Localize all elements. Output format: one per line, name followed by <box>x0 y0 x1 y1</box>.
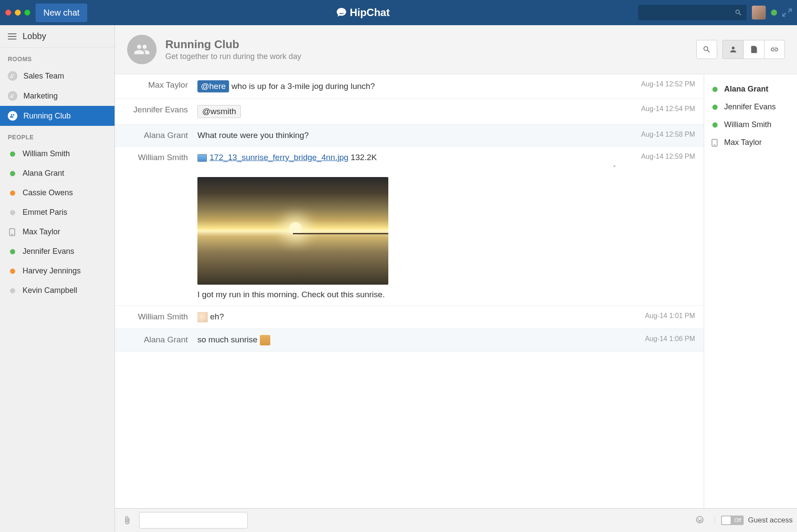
sidebar-person-item[interactable]: Jennifer Evans <box>0 242 115 261</box>
links-panel-button[interactable] <box>764 40 785 59</box>
global-search-input[interactable] <box>638 5 747 20</box>
emoji-icon <box>197 312 208 322</box>
messages-list[interactable]: Max Taylor @here who is up for a 3-mile … <box>115 74 704 508</box>
room-name: Running Club <box>23 112 71 121</box>
close-window-button[interactable] <box>5 10 11 16</box>
sidebar-room-item[interactable]: Running Club <box>0 106 115 126</box>
message-text: who is up for a 3-mile jog during lunch? <box>229 82 375 91</box>
message-timestamp: Aug-14 1:06 PM <box>621 335 695 343</box>
room-icon <box>8 71 17 81</box>
file-icon <box>750 45 758 54</box>
presence-dot <box>10 190 15 196</box>
message-row: Alana Grant so much sunrise Aug-14 1:06 … <box>115 329 704 352</box>
sidebar-person-item[interactable]: Kevin Campbell <box>0 281 115 300</box>
user-mention[interactable]: @wsmith <box>197 105 241 118</box>
rooms-section-label: ROOMS <box>0 48 115 66</box>
message-text: so much sunrise <box>197 335 260 344</box>
mobile-icon <box>712 139 718 147</box>
user-presence-indicator[interactable] <box>771 10 777 16</box>
message-row: Max Taylor @here who is up for a 3-mile … <box>115 74 704 99</box>
titlebar: New chat HipChat <box>0 0 797 25</box>
roster-panel: Alana GrantJennifer EvansWilliam SmithMa… <box>704 74 797 508</box>
hamburger-icon <box>8 33 16 39</box>
roster-panel-button[interactable] <box>722 40 743 59</box>
mobile-icon <box>9 228 15 236</box>
room-avatar <box>127 35 157 64</box>
composer: Off Guest access <box>115 508 797 532</box>
person-name: Emmet Paris <box>23 208 67 217</box>
here-mention[interactable]: @here <box>197 80 229 92</box>
roster-name: Max Taylor <box>724 138 762 147</box>
attach-button[interactable] <box>119 512 135 528</box>
presence-dot <box>10 269 15 274</box>
roster-item[interactable]: Alana Grant <box>710 80 791 98</box>
room-subtitle: Get together to run during the work day <box>165 52 301 61</box>
lobby-button[interactable]: Lobby <box>0 25 115 48</box>
room-name: Sales Team <box>23 72 64 81</box>
sidebar: Lobby ROOMS Sales TeamMarketingRunning C… <box>0 25 115 532</box>
room-search-button[interactable] <box>696 40 717 59</box>
person-name: William Smith <box>23 149 70 158</box>
smile-icon <box>695 516 704 524</box>
message-author: William Smith <box>124 153 197 162</box>
zoom-window-button[interactable] <box>24 10 30 16</box>
search-icon <box>702 45 711 54</box>
collapse-button[interactable] <box>197 162 621 172</box>
presence-dot <box>712 105 718 110</box>
emoji-picker-button[interactable] <box>695 516 704 525</box>
sidebar-room-item[interactable]: Sales Team <box>0 66 115 86</box>
person-icon <box>729 45 738 54</box>
message-author: William Smith <box>124 312 197 322</box>
message-row: Jennifer Evans @wsmith Aug-14 12:54 PM <box>115 99 704 125</box>
file-link[interactable]: 172_13_sunrise_ferry_bridge_4nn.jpg <box>210 153 348 162</box>
person-name: Alana Grant <box>23 169 64 178</box>
message-text: I got my run in this morning. Check out … <box>197 290 621 299</box>
chat-content: Running Club Get together to run during … <box>115 25 797 532</box>
roster-item[interactable]: William Smith <box>710 116 791 134</box>
guest-access-toggle[interactable]: Off <box>721 516 744 525</box>
group-icon <box>134 41 150 58</box>
attached-image[interactable] <box>197 177 388 285</box>
minimize-window-button[interactable] <box>15 10 21 16</box>
sidebar-person-item[interactable]: Max Taylor <box>0 222 115 242</box>
new-chat-button[interactable]: New chat <box>36 3 87 22</box>
message-timestamp: Aug-14 12:54 PM <box>621 105 695 113</box>
toggle-state: Off <box>734 517 741 523</box>
presence-dot <box>712 87 718 92</box>
room-name: Marketing <box>23 92 58 101</box>
emoji-icon <box>260 335 270 345</box>
roster-item[interactable]: Max Taylor <box>710 134 791 151</box>
message-row: Alana Grant What route were you thinking… <box>115 125 704 147</box>
search-icon <box>735 9 742 16</box>
room-icon <box>8 111 17 121</box>
message-author: Jennifer Evans <box>124 105 197 115</box>
roster-item[interactable]: Jennifer Evans <box>710 98 791 116</box>
sidebar-person-item[interactable]: Emmet Paris <box>0 203 115 222</box>
user-avatar[interactable] <box>752 6 766 20</box>
link-icon <box>770 45 779 54</box>
people-section-label: PEOPLE <box>0 126 115 144</box>
presence-dot <box>10 249 15 254</box>
room-icon <box>8 91 17 101</box>
person-name: Jennifer Evans <box>23 247 74 256</box>
presence-dot <box>10 171 15 176</box>
message-row: William Smith 172_13_sunrise_ferry_bridg… <box>115 147 704 306</box>
roster-name: William Smith <box>724 120 771 129</box>
presence-dot <box>10 288 15 293</box>
sidebar-person-item[interactable]: Alana Grant <box>0 164 115 183</box>
sidebar-person-item[interactable]: Cassie Owens <box>0 183 115 203</box>
window-controls <box>5 10 30 16</box>
message-text: What route were you thinking? <box>197 131 309 140</box>
presence-dot <box>10 210 15 215</box>
files-panel-button[interactable] <box>743 40 764 59</box>
sidebar-person-item[interactable]: Harvey Jennings <box>0 261 115 281</box>
message-author: Max Taylor <box>124 80 197 90</box>
message-input[interactable] <box>139 512 248 529</box>
roster-name: Alana Grant <box>724 85 768 94</box>
sidebar-person-item[interactable]: William Smith <box>0 144 115 164</box>
message-author: Alana Grant <box>124 131 197 140</box>
sidebar-room-item[interactable]: Marketing <box>0 86 115 106</box>
fullscreen-icon[interactable] <box>782 8 792 17</box>
hipchat-logo-icon <box>336 7 347 18</box>
presence-dot <box>10 151 15 157</box>
